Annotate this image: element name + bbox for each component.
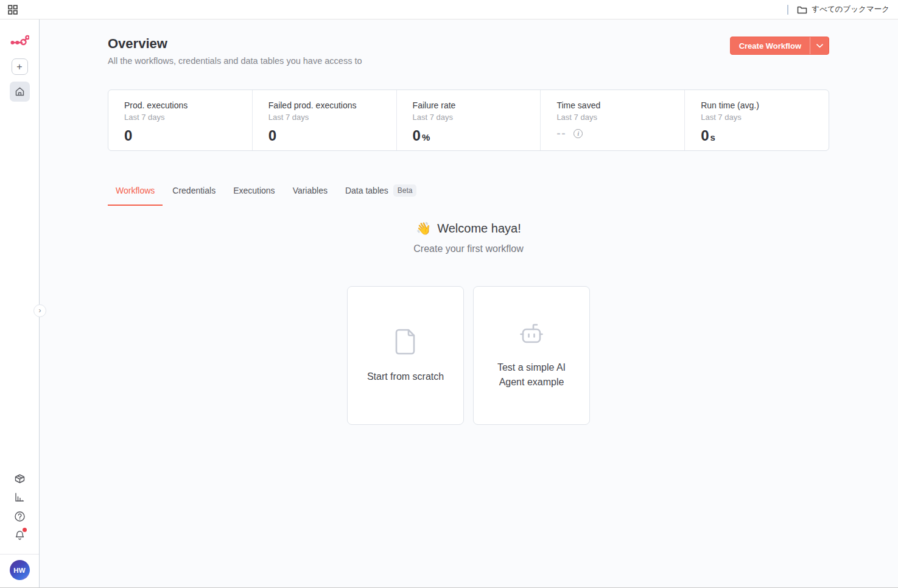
stat-value: 0 <box>701 127 709 144</box>
welcome-section: 👋Welcome haya! Create your first workflo… <box>108 221 829 254</box>
stat-label: Run time (avg.) <box>701 100 813 110</box>
sidebar-item-overview[interactable] <box>10 82 30 102</box>
stat-failed-prod-executions: Failed prod. executions Last 7 days 0 <box>252 90 396 150</box>
bookmarks-label: すべてのブックマーク <box>812 4 889 15</box>
sidebar-separator <box>0 554 39 555</box>
waving-hand-emoji: 👋 <box>416 222 431 235</box>
help-icon[interactable] <box>11 508 28 525</box>
plus-icon: + <box>16 62 22 72</box>
stat-period: Last 7 days <box>268 113 381 122</box>
chevron-down-icon <box>816 44 823 48</box>
notification-dot <box>23 528 27 532</box>
stats-summary-row: Prod. executions Last 7 days 0 Failed pr… <box>108 89 829 151</box>
folder-icon <box>797 5 807 14</box>
sidebar: + <box>0 19 40 587</box>
create-workflow-split-button: Create Workflow <box>730 37 829 55</box>
tab-label: Executions <box>233 186 275 195</box>
card-label: Start from scratch <box>360 369 451 384</box>
tab-label: Workflows <box>116 186 155 195</box>
user-avatar[interactable]: HW <box>10 560 30 580</box>
ai-agent-example-card[interactable]: Test a simple AI Agent example <box>473 286 590 425</box>
stat-value: 0 <box>413 127 421 144</box>
info-icon[interactable]: i <box>574 129 583 138</box>
tab-label: Data tables <box>345 186 388 195</box>
stat-value: 0 <box>124 127 132 144</box>
main-panel: Overview All the workflows, credentials … <box>40 19 898 587</box>
app-shell: + <box>0 19 898 587</box>
templates-box-icon[interactable] <box>11 470 28 487</box>
sidebar-bottom-group: HW <box>0 470 39 587</box>
stat-period: Last 7 days <box>556 113 668 122</box>
add-workflow-button[interactable]: + <box>12 58 28 75</box>
stat-value: 0 <box>268 127 276 144</box>
stat-prod-executions: Prod. executions Last 7 days 0 <box>108 90 252 150</box>
bookmarks-bar-divider <box>787 5 788 15</box>
stat-failure-rate: Failure rate Last 7 days 0% <box>396 90 541 150</box>
bookmarks-shortcut[interactable]: すべてのブックマーク <box>787 4 889 15</box>
create-workflow-dropdown-button[interactable] <box>810 37 829 54</box>
tab-credentials[interactable]: Credentials <box>164 184 223 206</box>
stat-label: Failed prod. executions <box>268 100 381 110</box>
card-label: Test a simple AI Agent example <box>486 360 577 390</box>
apps-grid-icon[interactable] <box>8 5 18 15</box>
starter-cards: Start from scratch <box>108 286 829 425</box>
chevron-right-icon: › <box>39 306 41 315</box>
tab-workflows[interactable]: Workflows <box>108 184 163 206</box>
welcome-title: Welcome haya! <box>437 222 521 235</box>
stat-period: Last 7 days <box>701 113 813 122</box>
browser-bookmarks-bar: すべてのブックマーク <box>0 0 898 19</box>
insights-chart-icon[interactable] <box>11 489 28 506</box>
stat-period: Last 7 days <box>413 113 525 122</box>
tab-data-tables[interactable]: Data tables Beta <box>337 184 425 206</box>
stat-label: Time saved <box>556 100 668 110</box>
stat-period: Last 7 days <box>124 113 236 122</box>
page-header: Overview All the workflows, credentials … <box>108 36 829 66</box>
notifications-bell-icon[interactable] <box>11 527 28 544</box>
tab-variables[interactable]: Variables <box>285 184 335 206</box>
robot-icon <box>517 322 545 346</box>
stat-time-saved: Time saved Last 7 days -- i <box>540 90 684 150</box>
beta-badge: Beta <box>393 184 417 197</box>
page-subtitle: All the workflows, credentials and data … <box>108 56 362 66</box>
stat-run-time-avg: Run time (avg.) Last 7 days 0s <box>684 90 829 150</box>
sidebar-expand-button[interactable]: › <box>33 304 46 317</box>
welcome-subtitle: Create your first workflow <box>108 243 829 254</box>
tab-label: Credentials <box>172 186 216 195</box>
page-title: Overview <box>108 36 362 52</box>
avatar-initials: HW <box>13 567 26 574</box>
tab-label: Variables <box>293 186 328 195</box>
stat-label: Failure rate <box>413 100 525 110</box>
stat-suffix: s <box>710 129 715 142</box>
n8n-logo-icon[interactable] <box>9 33 30 48</box>
resource-tabs: Workflows Credentials Executions Variabl… <box>108 184 829 206</box>
stat-suffix: % <box>422 129 430 142</box>
create-workflow-button[interactable]: Create Workflow <box>731 37 810 54</box>
stat-value: -- <box>556 127 566 140</box>
tab-executions[interactable]: Executions <box>225 184 282 206</box>
stat-label: Prod. executions <box>124 100 236 110</box>
document-icon <box>394 327 417 355</box>
start-from-scratch-card[interactable]: Start from scratch <box>347 286 464 425</box>
home-icon <box>15 86 25 97</box>
